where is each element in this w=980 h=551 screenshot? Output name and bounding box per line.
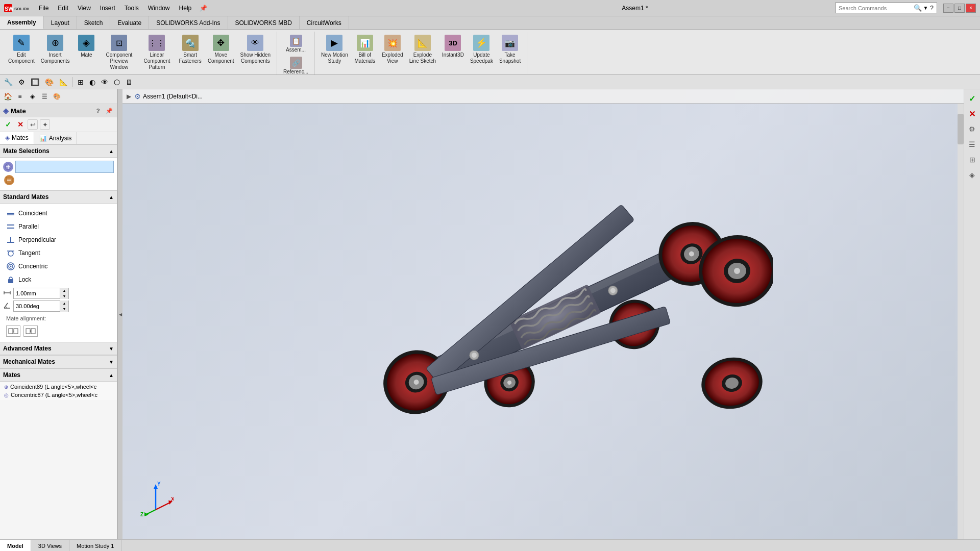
linear-pattern-button[interactable]: ⋮⋮ Linear ComponentPattern bbox=[139, 34, 175, 71]
tab-layout[interactable]: Layout bbox=[44, 16, 77, 29]
distance-down[interactable]: ▼ bbox=[60, 293, 68, 299]
mates-list-header[interactable]: Mates ▲ bbox=[0, 368, 117, 382]
menu-view[interactable]: View bbox=[74, 4, 95, 13]
mate-parallel[interactable]: Parallel bbox=[3, 220, 114, 233]
search-input[interactable] bbox=[839, 5, 914, 11]
mates-item-1[interactable]: ⊕ Coincident89 (L angle<5>,wheel<c bbox=[2, 383, 115, 391]
mate-lock[interactable]: Lock bbox=[3, 273, 114, 286]
tab-mates[interactable]: ◈ Mates bbox=[0, 132, 34, 144]
tab-sketch[interactable]: Sketch bbox=[77, 16, 111, 29]
menu-help[interactable]: Help bbox=[175, 4, 196, 13]
undo-button[interactable]: ↩ bbox=[28, 119, 38, 130]
tab-motion-study[interactable]: Motion Study 1 bbox=[69, 540, 121, 551]
maximize-button[interactable]: □ bbox=[954, 4, 965, 13]
mate-perpendicular[interactable]: Perpendicular bbox=[3, 233, 114, 246]
instant3d-button[interactable]: 3D Instant3D bbox=[440, 34, 466, 59]
view-btn-8[interactable]: 👁 bbox=[99, 77, 110, 87]
menu-window[interactable]: Window bbox=[144, 4, 174, 13]
menu-file[interactable]: File bbox=[35, 4, 53, 13]
component-preview-button[interactable]: ⊡ ComponentPreview Window bbox=[101, 34, 137, 71]
feature-btn-model[interactable]: 🏠 bbox=[2, 91, 13, 102]
tab-circuitworks[interactable]: CircuitWorks bbox=[300, 16, 349, 29]
search-icon[interactable]: 🔍 bbox=[914, 4, 922, 12]
view-btn-3[interactable]: 🔲 bbox=[29, 77, 41, 87]
angle-up[interactable]: ▲ bbox=[60, 300, 68, 306]
pin-panel-button[interactable]: 📌 bbox=[105, 106, 114, 115]
distance-input[interactable] bbox=[14, 290, 60, 296]
close-button[interactable]: × bbox=[966, 4, 976, 13]
panel-collapse-handle[interactable]: ◀ bbox=[117, 89, 122, 539]
standard-mates-header[interactable]: Standard Mates ▲ bbox=[0, 190, 117, 204]
mate-concentric[interactable]: Concentric bbox=[3, 260, 114, 273]
tab-mbd[interactable]: SOLIDWORKS MBD bbox=[228, 16, 300, 29]
standard-mates-collapse-icon[interactable]: ▲ bbox=[109, 194, 114, 200]
align-btn-1[interactable] bbox=[6, 325, 20, 337]
smart-fasteners-button[interactable]: 🔩 SmartFasteners bbox=[177, 34, 203, 65]
distance-up[interactable]: ▲ bbox=[60, 288, 68, 293]
tab-analysis[interactable]: 📊 Analysis bbox=[34, 132, 78, 144]
update-speedpak-button[interactable]: ⚡ UpdateSpeedpak bbox=[468, 34, 495, 65]
mate-tangent[interactable]: Tangent bbox=[3, 246, 114, 260]
view-btn-9[interactable]: ⬡ bbox=[112, 77, 122, 87]
align-btn-2[interactable] bbox=[23, 325, 38, 337]
angle-field[interactable]: ▲ ▼ bbox=[13, 300, 69, 312]
search-dropdown-icon[interactable]: ▼ bbox=[923, 5, 928, 11]
sidebar-ok-button[interactable]: ✓ bbox=[965, 91, 979, 106]
mechanical-mates-collapse-icon[interactable]: ▼ bbox=[109, 359, 114, 365]
mate-selections-header[interactable]: Mate Selections ▲ bbox=[0, 144, 117, 158]
ok-button[interactable]: ✓ bbox=[3, 119, 13, 130]
new-motion-study-button[interactable]: ▶ New MotionStudy bbox=[319, 34, 350, 65]
mate-coincident[interactable]: Coincident bbox=[3, 207, 114, 220]
show-hidden-button[interactable]: 👁 Show HiddenComponents bbox=[238, 34, 273, 65]
view-btn-10[interactable]: 🖥 bbox=[124, 77, 135, 87]
help-icon[interactable]: ? bbox=[930, 5, 934, 12]
advanced-mates-collapse-icon[interactable]: ▼ bbox=[109, 346, 114, 352]
sidebar-cancel-button[interactable]: ✕ bbox=[965, 107, 979, 121]
view-btn-7[interactable]: ◐ bbox=[87, 77, 97, 87]
mate-selection-input[interactable] bbox=[15, 161, 114, 173]
angle-input[interactable] bbox=[14, 303, 60, 309]
mechanical-mates-header[interactable]: Mechanical Mates ▼ bbox=[0, 355, 117, 368]
feature-btn-list[interactable]: ≡ bbox=[14, 91, 26, 102]
menu-edit[interactable]: Edit bbox=[54, 4, 72, 13]
pin-icon[interactable]: 📌 bbox=[197, 4, 210, 13]
view-btn-4[interactable]: 🎨 bbox=[43, 77, 56, 87]
insert-components-button[interactable]: ⊕ InsertComponents bbox=[39, 34, 72, 65]
tab-evaluate[interactable]: Evaluate bbox=[110, 16, 149, 29]
sidebar-grid-button[interactable]: ⊞ bbox=[965, 153, 979, 167]
exploded-view-button[interactable]: 💥 ExplodedView bbox=[380, 34, 405, 65]
canvas-area[interactable]: ▶ ⚙ Assem1 (Default<Di... bbox=[122, 89, 964, 539]
take-snapshot-button[interactable]: 📷 TakeSnapshot bbox=[497, 34, 523, 65]
menu-insert[interactable]: Insert bbox=[96, 4, 119, 13]
view-btn-1[interactable]: 🔧 bbox=[2, 77, 15, 87]
menu-tools[interactable]: Tools bbox=[120, 4, 143, 13]
feature-btn-properties[interactable]: ◈ bbox=[27, 91, 38, 102]
sidebar-view-button[interactable]: ◈ bbox=[965, 168, 979, 182]
extra-button[interactable]: ✦ bbox=[40, 119, 50, 130]
mate-button[interactable]: ◈ Mate bbox=[74, 34, 99, 59]
view-btn-5[interactable]: 📐 bbox=[57, 77, 70, 87]
mates-item-2[interactable]: ◎ Concentric87 (L angle<5>,wheel<c bbox=[2, 391, 115, 399]
distance-field[interactable]: ▲ ▼ bbox=[13, 288, 69, 299]
tab-model[interactable]: Model bbox=[0, 540, 31, 551]
edit-component-button[interactable]: ✎ EditComponent bbox=[6, 34, 37, 65]
explode-line-button[interactable]: 📐 ExplodeLine Sketch bbox=[407, 34, 438, 65]
bill-of-materials-button[interactable]: 📊 Bill ofMaterials bbox=[352, 34, 378, 65]
mate-selections-collapse-icon[interactable]: ▲ bbox=[109, 148, 114, 154]
view-btn-6[interactable]: ⊞ bbox=[76, 77, 86, 87]
search-box[interactable]: 🔍 ▼ ? bbox=[835, 3, 937, 13]
assembly-tree-item[interactable]: ⚙ Assem1 (Default<Di... bbox=[134, 92, 203, 101]
minimize-button[interactable]: − bbox=[943, 4, 953, 13]
help-button[interactable]: ? bbox=[93, 106, 103, 115]
assem-button[interactable]: 📋 Assem... bbox=[281, 34, 310, 54]
feature-btn-config[interactable]: ☰ bbox=[39, 91, 50, 102]
tab-assembly[interactable]: Assembly bbox=[0, 16, 44, 29]
sidebar-settings-button[interactable]: ⚙ bbox=[965, 122, 979, 136]
view-btn-2[interactable]: ⚙ bbox=[16, 77, 27, 87]
angle-down[interactable]: ▼ bbox=[60, 306, 68, 312]
tab-3dviews[interactable]: 3D Views bbox=[31, 540, 69, 551]
sidebar-menu-button[interactable]: ☰ bbox=[965, 137, 979, 152]
advanced-mates-header[interactable]: Advanced Mates ▼ bbox=[0, 342, 117, 355]
tab-addins[interactable]: SOLIDWORKS Add-Ins bbox=[149, 16, 228, 29]
cancel-button[interactable]: ✕ bbox=[15, 119, 26, 130]
